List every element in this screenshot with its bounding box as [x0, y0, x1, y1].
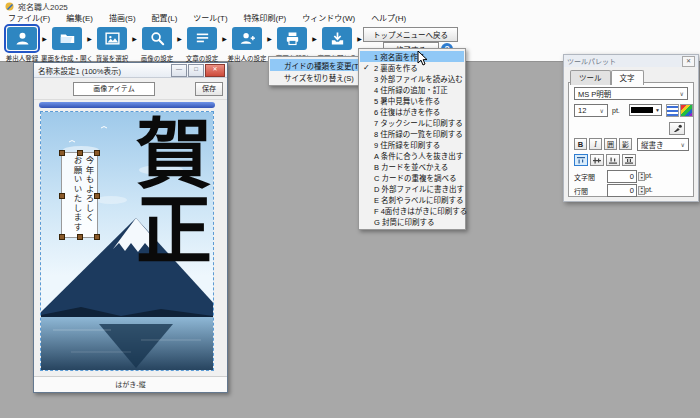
toolbar-group-sender: 差出人登録 [5, 27, 39, 63]
menu-item[interactable]: A 条件に合う人を抜き出す [360, 150, 464, 161]
align-justify-button[interactable] [622, 154, 636, 166]
magnifier-icon [149, 30, 166, 47]
menu-item[interactable]: 3 外部ファイルを読み込む [360, 73, 464, 84]
chevron-down-icon: ∨ [681, 141, 685, 148]
greeting-calligraphy[interactable]: 賀正 [131, 114, 203, 266]
menu-item-label: 2 裏面を作る [374, 62, 418, 73]
char-spacing-value[interactable]: 0 [607, 170, 637, 183]
selection-handle-sw[interactable] [59, 234, 65, 240]
menu-item[interactable]: 6 往復はがきを作る [360, 106, 464, 117]
font-size-value: 12 [578, 106, 586, 115]
maximize-icon[interactable]: □ [188, 64, 204, 77]
toolbar-group-background: 背景を選択 [95, 27, 129, 63]
line-spacing-stepper[interactable]: 0 ▲▼ [607, 184, 645, 197]
item-type-button[interactable]: 画像アイテム [73, 82, 155, 96]
menu-item[interactable]: B カードを並べかえる [360, 161, 464, 172]
back-to-top-menu-button[interactable]: トップメニューへ戻る [363, 27, 458, 42]
print-back-button[interactable] [277, 27, 307, 50]
menu-item[interactable]: D 外部ファイルに書き出す [360, 183, 464, 194]
bold-button[interactable]: B [574, 138, 587, 150]
menu-item[interactable]: 4 住所録の追加・訂正 [360, 84, 464, 95]
menu-item[interactable]: 7 タックシールに印刷する [360, 117, 464, 128]
text-settings-button[interactable] [187, 27, 217, 50]
menu-item[interactable]: 5 暑中見舞いを作る [360, 95, 464, 106]
save-button[interactable]: 保存 [195, 82, 223, 96]
menu-window[interactable]: ウィンドウ(W) [294, 13, 363, 25]
palette-close-icon[interactable]: ✕ [682, 56, 695, 67]
menu-item-change-guide[interactable]: ガイドの種類を変更(T) › [270, 59, 360, 71]
menu-item[interactable]: C カードの重複を調べる [360, 172, 464, 183]
menu-help[interactable]: ヘルプ(H) [363, 13, 414, 25]
align-bottom-button[interactable] [606, 154, 620, 166]
outline-style-button[interactable]: 囲 [604, 138, 617, 150]
selection-handle-nw[interactable] [59, 150, 65, 156]
menu-draw[interactable]: 描画(S) [101, 13, 144, 25]
message-textbox[interactable]: 今年もよろしく お願いいたします [61, 152, 98, 238]
menu-special-print[interactable]: 特殊印刷(P) [236, 13, 295, 25]
tab-text[interactable]: 文字 [611, 70, 644, 85]
menu-item[interactable]: 8 住所録の一覧を印刷する [360, 128, 464, 139]
menu-item[interactable]: F 4面付きはがきに印刷する [360, 205, 464, 216]
menu-item-label: 3 外部ファイルを読み込む [374, 73, 463, 84]
italic-button[interactable]: I [589, 138, 602, 150]
step-arrow-icon: ▶ [84, 27, 95, 51]
char-spacing-stepper[interactable]: 0 ▲▼ [607, 170, 645, 183]
color-rainbow-icon[interactable] [680, 104, 693, 117]
tab-tool[interactable]: ツール [570, 70, 611, 85]
line-spacing-value[interactable]: 0 [607, 184, 637, 197]
menu-item-label: 6 往復はがきを作る [374, 106, 440, 117]
close-back-button[interactable] [322, 27, 352, 50]
toolbar-group-sender-settings: 差出人の設定 [230, 27, 264, 63]
font-color-swatch[interactable]: ▼ [629, 104, 662, 116]
align-center-button[interactable] [590, 154, 604, 166]
selection-handle-n[interactable] [77, 150, 83, 156]
menu-item[interactable]: G 封筒に印刷する [360, 216, 464, 227]
font-select[interactable]: MS P明朝 ∨ [574, 87, 688, 100]
align-top-icon [577, 157, 585, 164]
menu-item-label: D 外部ファイルに書き出す [374, 183, 464, 194]
menu-item-switch-size[interactable]: サイズを切り替え(S) [270, 71, 360, 83]
selection-handle-e[interactable] [94, 193, 100, 199]
selection-handle-ne[interactable] [94, 150, 100, 156]
message-line-1: 今年もよろしく [84, 156, 94, 223]
menu-item[interactable]: ✓2 裏面を作る [360, 62, 464, 73]
document-titlebar[interactable]: 名称未設定1 (100%表示) — □ ✕ [34, 63, 227, 78]
orientation-select[interactable]: 縦書き ∨ [637, 138, 689, 151]
eyedropper-icon [673, 124, 682, 133]
selection-handle-se[interactable] [94, 234, 100, 240]
menu-item-label: 4 住所録の追加・訂正 [374, 84, 448, 95]
document-window: 名称未設定1 (100%表示) — □ ✕ 画像アイテム 保存 [33, 62, 228, 393]
select-background-button[interactable] [97, 27, 127, 50]
image-settings-button[interactable] [142, 27, 172, 50]
accent-bar [39, 102, 215, 108]
palette-titlebar[interactable]: ツールパレット ✕ [564, 55, 698, 67]
toolbar-group-image-settings: 画像の設定 [140, 27, 174, 63]
chevron-down-icon: ∨ [600, 107, 604, 114]
selection-handle-w[interactable] [59, 193, 65, 199]
menu-edit[interactable]: 編集(E) [58, 13, 101, 25]
font-size-select[interactable]: 12 ∨ [574, 104, 608, 117]
menu-item-label: 5 暑中見舞いを作る [374, 95, 440, 106]
pt-label: pt. [612, 107, 620, 114]
minimize-icon[interactable]: — [171, 64, 187, 77]
close-icon[interactable]: ✕ [205, 64, 225, 77]
create-open-back-button[interactable] [52, 27, 82, 50]
menu-item[interactable]: 1 宛名面を作る [360, 51, 464, 62]
app-titlebar: 宛名職人2025 [0, 0, 700, 13]
eyedropper-button[interactable] [669, 122, 685, 135]
menu-tools[interactable]: ツール(T) [185, 13, 235, 25]
menu-item[interactable]: 9 住所録を印刷する [360, 139, 464, 150]
selection-handle-s[interactable] [77, 234, 83, 240]
menu-item[interactable]: E 名刺やラベルに印刷する [360, 194, 464, 205]
shadow-style-button[interactable]: 影 [619, 138, 632, 150]
color-grid-icon[interactable] [666, 104, 679, 117]
postcard-canvas[interactable]: 賀正 今年もよろしく お願いいたします [41, 112, 213, 370]
sender-settings-button[interactable] [232, 27, 262, 50]
person-icon [14, 30, 31, 47]
menu-layout[interactable]: 配置(L) [144, 13, 186, 25]
sender-register-button[interactable] [7, 27, 37, 50]
paper-type-status: はがき-縦 [34, 376, 227, 392]
menubar: ファイル(F) 編集(E) 描画(S) 配置(L) ツール(T) 特殊印刷(P)… [0, 13, 700, 25]
align-top-button[interactable] [574, 154, 588, 166]
app-icon [5, 2, 14, 11]
